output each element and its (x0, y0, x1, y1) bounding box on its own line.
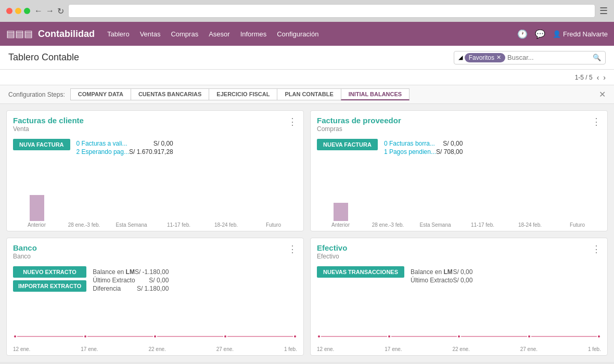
nav-compras[interactable]: Compras (171, 30, 198, 38)
config-close-button[interactable]: ✕ (599, 89, 606, 99)
cash-ultimo-label: Último Extracto (411, 277, 453, 284)
stat-label-1-proveedor[interactable]: 0 Facturas borra... (384, 140, 435, 147)
bar-group-s5 (554, 192, 601, 221)
chart-area-cliente: Anterior 28 ene.-3 feb. Esta Semana 11-1… (13, 189, 297, 228)
nav-configuracion[interactable]: Configuración (277, 30, 318, 38)
import-extract-button[interactable]: IMPORTAR EXTRACTO (13, 280, 86, 292)
nav-ventas[interactable]: Ventas (140, 30, 161, 38)
pagination-bar: 1-5 / 5 ‹ › (0, 70, 614, 85)
timeline-labels-banco: 12 ene. 17 ene. 22 ene. 27 ene. 1 feb. (13, 346, 297, 352)
window-controls (6, 8, 30, 14)
back-button[interactable]: ← (34, 6, 43, 16)
cash-dot-2 (457, 334, 461, 339)
cash-tl-4: 1 feb. (588, 346, 601, 352)
card-title-efectivo: Efectivo (317, 243, 347, 252)
step-cuentas-bancarias[interactable]: CUENTAS BANCARIAS (131, 88, 209, 100)
search-icon[interactable]: 🔍 (593, 54, 601, 61)
cash-dot-0 (317, 334, 321, 339)
next-page-button[interactable]: › (603, 73, 606, 82)
history-icon[interactable]: 🕐 (517, 29, 528, 39)
bar-group-5 (250, 192, 297, 221)
filter-icon: ◢ (458, 54, 463, 61)
browser-menu-icon[interactable]: ☰ (599, 5, 608, 17)
stat-value-1-proveedor: S/ 0,00 (443, 140, 463, 147)
card-banco: Banco Banco ⋮ NUEVO EXTRACTO IMPORTAR EX… (6, 238, 304, 356)
nav-informes[interactable]: Informes (240, 30, 267, 38)
stat-value-2-cliente: S/ 1.670.917,28 (129, 148, 173, 155)
user-label[interactable]: 👤 Fredd Nalvarte (553, 30, 608, 38)
sup-chart-label-4: 18-24 feb. (506, 222, 554, 228)
timeline-line-banco (13, 329, 297, 344)
card-header-efectivo: Efectivo Efectivo ⋮ (311, 238, 607, 263)
new-supplier-invoice-button[interactable]: NUEVA FACTURA (317, 139, 378, 150)
close-dot[interactable] (6, 8, 12, 14)
balance-lm-label: Balance en LM (93, 268, 135, 276)
new-transactions-button[interactable]: NUEVAS TRANSACCIONES (317, 266, 404, 278)
balance-info-efectivo: Balance en LM S/ 0,00 Último Extracto S/… (411, 268, 472, 285)
chart-label-0: Anterior (13, 222, 60, 228)
card-title-proveedor: Facturas de proveedor (317, 116, 401, 125)
stat-value-1-cliente: S/ 0,00 (154, 140, 173, 147)
prev-page-button[interactable]: ‹ (597, 73, 599, 82)
bar-group-s3 (459, 192, 506, 221)
new-extract-button[interactable]: NUEVO EXTRACTO (13, 266, 86, 278)
search-input[interactable] (507, 54, 591, 61)
cash-ultimo-value: S/ 0,00 (453, 277, 472, 284)
cash-tl-0: 12 ene. (317, 346, 334, 352)
stat-label-2-cliente[interactable]: 2 Esperando pag... (76, 148, 129, 155)
timeline-area-banco: 12 ene. 17 ene. 22 ene. 27 ene. 1 feb. (13, 327, 297, 352)
chart-labels-proveedor: Anterior 28 ene.-3 feb. Esta Semana 11-1… (317, 222, 601, 228)
app-bar: ▤▤▤ Contabilidad Tablero Ventas Compras … (0, 22, 614, 46)
bar-group-s2 (412, 192, 459, 221)
card-subtitle-banco: Banco (13, 253, 37, 260)
step-plan-contable[interactable]: PLAN CONTABLE (277, 88, 340, 100)
chat-icon[interactable]: 💬 (535, 29, 545, 39)
forward-button[interactable]: → (46, 6, 54, 16)
timeline-line-efectivo (317, 329, 601, 344)
filter-remove-button[interactable]: ✕ (496, 54, 501, 61)
page-title: Tablero Contable (8, 52, 79, 63)
app-bar-right: 🕐 💬 👤 Fredd Nalvarte (517, 29, 608, 39)
card-menu-cliente[interactable]: ⋮ (288, 116, 297, 127)
new-invoice-button[interactable]: NUVA FACTURA (13, 139, 70, 150)
stat-label-2-proveedor[interactable]: 1 Pagos pendien... (384, 148, 436, 155)
step-items: COMPANY DATA CUENTAS BANCARIAS EJERCICIO… (70, 88, 410, 100)
app-nav: Tablero Ventas Compras Asesor Informes C… (107, 30, 318, 38)
card-actions-cliente: NUVA FACTURA 0 Facturas a vali... S/ 0,0… (13, 139, 297, 155)
browser-chrome: ← → ↻ ☰ (0, 0, 614, 22)
bar-group-3 (155, 192, 202, 221)
card-actions-banco: NUEVO EXTRACTO IMPORTAR EXTRACTO Balance… (13, 266, 297, 293)
main-content: Facturas de cliente Venta ⋮ NUVA FACTURA… (0, 104, 614, 362)
config-steps-label: Configuration Steps: (8, 91, 65, 98)
sup-chart-label-0: Anterior (317, 222, 364, 228)
grid-icon[interactable]: ▤▤▤ (6, 28, 33, 40)
timeline-dot-3 (223, 334, 227, 339)
card-body-efectivo: NUEVAS TRANSACCIONES Balance en LM S/ 0,… (311, 263, 607, 356)
stat-label-1-cliente[interactable]: 0 Facturas a vali... (76, 140, 127, 147)
maximize-dot[interactable] (24, 8, 30, 14)
timeline-area-efectivo: 12 ene. 17 ene. 22 ene. 27 ene. 1 feb. (317, 327, 601, 352)
card-efectivo: Efectivo Efectivo ⋮ NUEVAS TRANSACCIONES… (310, 238, 608, 356)
reload-button[interactable]: ↻ (57, 6, 64, 16)
minimize-dot[interactable] (15, 8, 21, 14)
bank-tl-2: 22 ene. (148, 346, 165, 352)
card-menu-banco[interactable]: ⋮ (288, 243, 297, 255)
step-ejercicio-fiscal[interactable]: EJERCICIO FISCAL (209, 88, 277, 100)
filter-label: Favoritos (469, 54, 494, 61)
step-company-data[interactable]: COMPANY DATA (70, 88, 131, 100)
header-search: ◢ Favoritos ✕ 🔍 (454, 51, 606, 64)
chart-label-4: 18-24 feb. (202, 222, 250, 228)
card-subtitle-efectivo: Efectivo (317, 253, 347, 260)
card-menu-proveedor[interactable]: ⋮ (592, 116, 601, 127)
timeline-dot-1 (83, 334, 87, 339)
address-bar[interactable] (68, 4, 595, 18)
cash-dot-1 (387, 334, 391, 339)
cash-tl-1: 17 ene. (385, 346, 402, 352)
timeline-dots-banco (13, 334, 297, 339)
browser-nav: ← → ↻ (34, 6, 64, 16)
nav-tablero[interactable]: Tablero (107, 30, 130, 38)
card-menu-efectivo[interactable]: ⋮ (592, 243, 601, 255)
bar-group-0 (13, 192, 60, 221)
step-initial-balances[interactable]: INITIAL BALANCES (341, 88, 410, 100)
nav-asesor[interactable]: Asesor (209, 30, 229, 38)
